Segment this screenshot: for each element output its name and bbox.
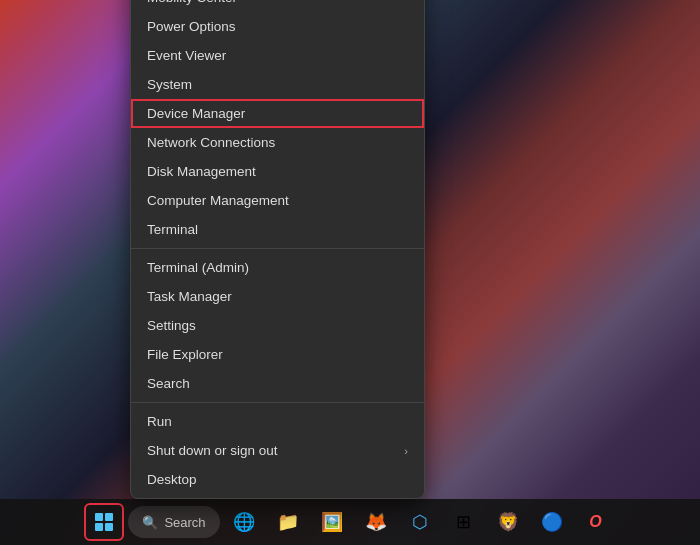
taskbar-search-label: Search bbox=[164, 515, 205, 530]
menu-separator bbox=[131, 402, 424, 403]
menu-item-label-desktop: Desktop bbox=[147, 472, 197, 487]
menu-item-label-event-viewer: Event Viewer bbox=[147, 48, 226, 63]
menu-item-event-viewer[interactable]: Event Viewer bbox=[131, 41, 424, 70]
menu-item-label-network-connections: Network Connections bbox=[147, 135, 275, 150]
menu-item-label-settings: Settings bbox=[147, 318, 196, 333]
menu-item-device-manager[interactable]: Device Manager bbox=[131, 99, 424, 128]
brave-icon: 🦁 bbox=[497, 511, 519, 533]
menu-item-label-run: Run bbox=[147, 414, 172, 429]
menu-item-label-device-manager: Device Manager bbox=[147, 106, 245, 121]
taskbar-edge[interactable]: ⬡ bbox=[400, 503, 440, 541]
menu-item-label-file-explorer: File Explorer bbox=[147, 347, 223, 362]
file-explorer-icon: 📁 bbox=[277, 511, 299, 533]
menu-item-label-disk-management: Disk Management bbox=[147, 164, 256, 179]
menu-item-file-explorer[interactable]: File Explorer bbox=[131, 340, 424, 369]
menu-item-label-terminal-admin: Terminal (Admin) bbox=[147, 260, 249, 275]
windows-logo bbox=[95, 513, 113, 531]
menu-item-label-power-options: Power Options bbox=[147, 19, 236, 34]
menu-item-label-search: Search bbox=[147, 376, 190, 391]
menu-item-terminal-admin[interactable]: Terminal (Admin) bbox=[131, 253, 424, 282]
menu-item-system[interactable]: System bbox=[131, 70, 424, 99]
taskbar-chrome[interactable]: 🔵 bbox=[532, 503, 572, 541]
menu-item-label-shut-down: Shut down or sign out bbox=[147, 443, 278, 458]
edge-icon: ⬡ bbox=[412, 511, 428, 533]
taskbar-widgets[interactable]: 🌐 bbox=[224, 503, 264, 541]
menu-item-shut-down[interactable]: Shut down or sign out› bbox=[131, 436, 424, 465]
gallery-icon: 🖼️ bbox=[321, 511, 343, 533]
menu-item-desktop[interactable]: Desktop bbox=[131, 465, 424, 494]
search-icon: 🔍 bbox=[142, 515, 158, 530]
menu-item-network-connections[interactable]: Network Connections bbox=[131, 128, 424, 157]
menu-separator bbox=[131, 248, 424, 249]
menu-item-disk-management[interactable]: Disk Management bbox=[131, 157, 424, 186]
taskbar-store[interactable]: ⊞ bbox=[444, 503, 484, 541]
menu-item-label-computer-management: Computer Management bbox=[147, 193, 289, 208]
menu-item-computer-management[interactable]: Computer Management bbox=[131, 186, 424, 215]
taskbar-firefox[interactable]: 🦊 bbox=[356, 503, 396, 541]
menu-item-search[interactable]: Search bbox=[131, 369, 424, 398]
menu-item-label-system: System bbox=[147, 77, 192, 92]
taskbar-brave[interactable]: 🦁 bbox=[488, 503, 528, 541]
opera-icon: O bbox=[589, 513, 601, 531]
menu-item-task-manager[interactable]: Task Manager bbox=[131, 282, 424, 311]
menu-item-mobility-center[interactable]: Mobility Center bbox=[131, 0, 424, 12]
menu-item-label-task-manager: Task Manager bbox=[147, 289, 232, 304]
taskbar-file-explorer[interactable]: 📁 bbox=[268, 503, 308, 541]
submenu-arrow-icon: › bbox=[404, 445, 408, 457]
start-button[interactable] bbox=[84, 503, 124, 541]
menu-item-run[interactable]: Run bbox=[131, 407, 424, 436]
menu-item-label-mobility-center: Mobility Center bbox=[147, 0, 237, 5]
menu-item-label-terminal: Terminal bbox=[147, 222, 198, 237]
taskbar: 🔍 Search 🌐 📁 🖼️ 🦊 ⬡ ⊞ 🦁 🔵 O bbox=[0, 499, 700, 545]
taskbar-gallery[interactable]: 🖼️ bbox=[312, 503, 352, 541]
menu-item-settings[interactable]: Settings bbox=[131, 311, 424, 340]
chrome-icon: 🔵 bbox=[541, 511, 563, 533]
widgets-icon: 🌐 bbox=[233, 511, 255, 533]
context-menu: Installed appsMobility CenterPower Optio… bbox=[130, 0, 425, 499]
store-icon: ⊞ bbox=[456, 511, 471, 533]
menu-item-terminal[interactable]: Terminal bbox=[131, 215, 424, 244]
menu-item-power-options[interactable]: Power Options bbox=[131, 12, 424, 41]
firefox-icon: 🦊 bbox=[365, 511, 387, 533]
taskbar-search[interactable]: 🔍 Search bbox=[128, 506, 219, 538]
taskbar-opera[interactable]: O bbox=[576, 503, 616, 541]
